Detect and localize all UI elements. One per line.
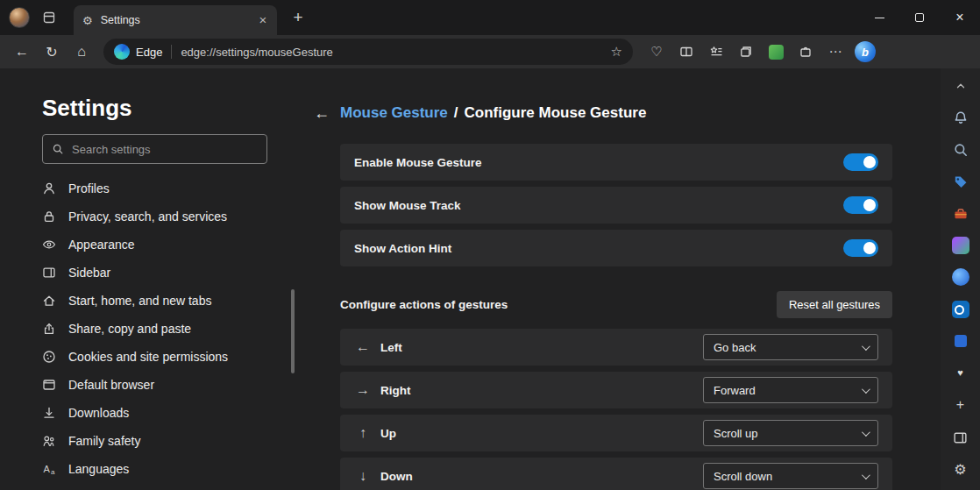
tab-favicon-gear-icon: ⚙ [82, 15, 93, 26]
back-button[interactable]: ← [7, 39, 37, 65]
sidebar-item-label: Downloads [68, 406, 129, 420]
minimize-button[interactable] [859, 0, 899, 35]
rail-search-icon[interactable] [951, 140, 970, 159]
minimize-icon [875, 18, 884, 18]
refresh-button[interactable]: ↻ [37, 39, 67, 65]
show-action-hint-toggle[interactable] [843, 239, 878, 257]
sidebar-scrollbar[interactable] [291, 289, 295, 373]
home-icon [42, 294, 56, 308]
url-text[interactable]: edge://settings/mouseGesture [181, 46, 603, 59]
notifications-bell-icon[interactable] [951, 108, 970, 126]
sidebar-item-default-browser[interactable]: Default browser [42, 371, 302, 399]
toggle-label: Show Action Hint [354, 242, 451, 255]
tab-close-icon[interactable]: × [254, 11, 272, 29]
selected-action: Scroll up [714, 427, 758, 440]
reset-all-gestures-button[interactable]: Reset all gestures [777, 291, 892, 318]
gesture-direction: Left [380, 341, 402, 354]
titlebar: ⚙ Settings × + × [0, 0, 980, 35]
toggle-row-show-mouse-track: Show Mouse Track [340, 187, 892, 224]
favorites-hub-icon[interactable] [701, 39, 731, 65]
sidebar-item-start-home-tabs[interactable]: Start, home, and new tabs [42, 287, 302, 315]
extension-icon[interactable] [791, 39, 820, 65]
gesture-down-action-select[interactable]: Scroll down [703, 463, 878, 489]
sidebar-item-share-copy-paste[interactable]: Share, copy and paste [42, 315, 302, 343]
search-icon [52, 143, 64, 155]
maximize-button[interactable] [899, 0, 940, 35]
section-title: Configure actions of gestures [340, 298, 508, 311]
gesture-up-action-select[interactable]: Scroll up [703, 420, 878, 446]
page-body: Settings Profiles Privacy, search, and s… [0, 68, 980, 490]
add-to-sidebar-icon[interactable]: + [951, 396, 970, 415]
sidebar-item-sidebar[interactable]: Sidebar [42, 259, 302, 287]
sidebar-item-label: Share, copy and paste [68, 322, 191, 336]
home-button[interactable]: ⌂ [67, 39, 96, 65]
breadcrumb-back-icon[interactable]: ← [314, 105, 330, 121]
arrow-up-icon: ↑ [354, 425, 372, 441]
breadcrumb: ← Mouse Gesture / Configure Mouse Gestur… [340, 102, 892, 124]
toolbox-icon[interactable] [951, 204, 970, 223]
sidebar-panel-icon [42, 266, 56, 280]
toggle-label: Show Mouse Track [354, 199, 461, 212]
show-mouse-track-toggle[interactable] [843, 196, 878, 214]
search-input[interactable] [72, 143, 247, 156]
sidebar-item-label: Sidebar [68, 266, 110, 280]
browser-window: ⚙ Settings × + × ← ↻ ⌂ Edge edge://setti… [0, 0, 980, 490]
breadcrumb-current: Configure Mouse Gesture [465, 104, 647, 122]
sidebar-item-privacy[interactable]: Privacy, search, and services [42, 202, 302, 231]
split-screen-icon[interactable] [671, 39, 701, 65]
chevron-down-icon [862, 342, 870, 351]
chevron-down-icon [862, 428, 870, 437]
designer-icon[interactable] [951, 268, 970, 287]
copilot-icon[interactable]: b [850, 39, 880, 65]
tab-title: Settings [101, 14, 254, 26]
close-button[interactable]: × [940, 0, 980, 35]
chevron-up-icon[interactable] [951, 76, 970, 95]
favorites-heart-icon[interactable]: ♥ [951, 364, 970, 382]
arrow-down-icon: ↓ [354, 468, 372, 484]
svg-text:a: a [51, 468, 55, 476]
rail-settings-gear-icon[interactable]: ⚙ [951, 460, 970, 479]
edge-logo-icon [114, 44, 130, 60]
games-icon[interactable] [951, 236, 970, 254]
workspaces-icon[interactable] [37, 5, 61, 30]
tab-settings[interactable]: ⚙ Settings × [74, 5, 277, 35]
sidebar-item-cookies-permissions[interactable]: Cookies and site permissions [42, 343, 302, 371]
gesture-left-action-select[interactable]: Go back [703, 334, 878, 360]
cookie-icon [42, 350, 56, 364]
settings-sidebar: Settings Profiles Privacy, search, and s… [0, 68, 302, 490]
breadcrumb-link[interactable]: Mouse Gesture [340, 104, 448, 122]
m365-icon[interactable] [951, 332, 970, 351]
language-icon: Aa [42, 462, 56, 476]
enable-mouse-gesture-toggle[interactable] [843, 153, 878, 171]
extension-green-icon[interactable] [761, 39, 791, 65]
sidebar-item-family-safety[interactable]: Family safety [42, 427, 302, 455]
outlook-icon[interactable] [951, 300, 970, 318]
sidebar-item-appearance[interactable]: Appearance [42, 231, 302, 259]
sidebar-layout-icon[interactable] [951, 428, 970, 447]
sidebar-item-profiles[interactable]: Profiles [42, 174, 302, 202]
maximize-icon [915, 13, 924, 22]
chevron-down-icon [862, 385, 870, 394]
toggle-label: Enable Mouse Gesture [354, 156, 482, 169]
profile-avatar[interactable] [9, 7, 30, 28]
new-tab-button[interactable]: + [286, 5, 310, 30]
gesture-right-action-select[interactable]: Forward [703, 377, 878, 403]
collections-icon[interactable] [731, 39, 761, 65]
gesture-direction: Down [380, 470, 413, 483]
search-box[interactable] [42, 134, 267, 164]
main-content: ← Mouse Gesture / Configure Mouse Gestur… [302, 68, 941, 490]
sidebar-item-languages[interactable]: Aa Languages [42, 455, 302, 483]
sidebar-item-downloads[interactable]: Downloads [42, 399, 302, 427]
chip-divider [171, 45, 172, 59]
favorite-star-icon[interactable]: ☆ [611, 44, 622, 60]
arrow-left-icon: ← [354, 339, 372, 355]
browser-essentials-icon[interactable]: ♡ [642, 39, 671, 65]
address-bar[interactable]: Edge edge://settings/mouseGesture ☆ [103, 39, 633, 65]
shopping-tag-icon[interactable] [951, 172, 970, 190]
svg-text:A: A [44, 464, 51, 474]
share-icon [42, 322, 56, 336]
more-options-icon[interactable]: ⋯ [820, 39, 850, 65]
gesture-row-right: → Right Forward [340, 372, 892, 408]
family-icon [42, 434, 56, 448]
edge-chip-label: Edge [136, 46, 162, 59]
